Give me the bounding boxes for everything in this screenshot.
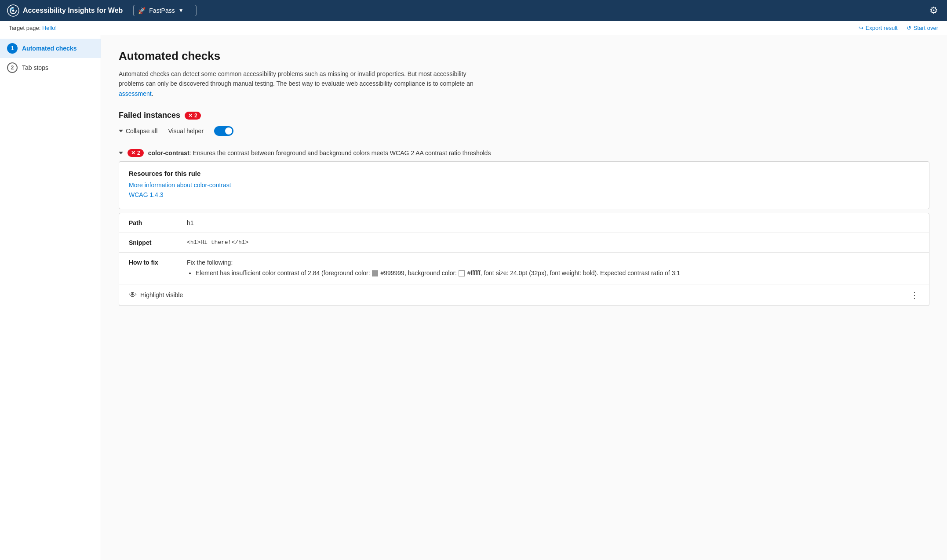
resource-link-wcag[interactable]: WCAG 1.4.3 [129, 191, 919, 198]
export-icon: ↪ [859, 25, 863, 31]
resources-card: Resources for this rule More information… [119, 161, 929, 209]
failed-instances-header: Failed instances ✕ 2 [119, 111, 929, 120]
fix-label: How to fix [129, 259, 182, 266]
rule-fail-badge: ✕ 2 [127, 149, 144, 157]
logo-icon [7, 4, 19, 17]
rule-header[interactable]: ✕ 2 color-contrast: Ensures the contrast… [119, 145, 929, 161]
resources-section: Resources for this rule More information… [119, 162, 929, 209]
assessment-link[interactable]: assessment [119, 90, 152, 97]
target-actions: ↪ Export result ↺ Start over [859, 25, 938, 31]
fastpass-label: FastPass [149, 7, 175, 14]
highlight-visible-button[interactable]: 👁 Highlight visible [129, 291, 183, 300]
visual-helper-toggle[interactable] [214, 126, 233, 136]
sidebar-item-tab-stops[interactable]: 2 Tab stops [0, 58, 101, 77]
resources-title: Resources for this rule [129, 170, 919, 177]
main-layout: 1 Automated checks 2 Tab stops Automated… [0, 35, 947, 560]
target-page-link[interactable]: Hello! [42, 25, 57, 31]
path-row: Path h1 [119, 213, 929, 233]
snippet-label: Snippet [129, 239, 182, 246]
target-bar: Target page: Hello! ↪ Export result ↺ St… [0, 21, 947, 35]
more-options-button[interactable]: ⋮ [910, 290, 919, 300]
main-content: Automated checks Automated checks can de… [101, 35, 947, 560]
app-logo: Accessibility Insights for Web [7, 4, 123, 17]
fastpass-dropdown[interactable]: 🚀 FastPass ▼ [133, 5, 196, 16]
x-icon: ✕ [188, 113, 193, 119]
start-over-button[interactable]: ↺ Start over [907, 25, 938, 31]
nav-number-1: 1 [7, 43, 18, 54]
detail-card: Path h1 Snippet <h1>Hi there!</h1> How t… [119, 213, 929, 306]
fix-list: Element has insufficient color contrast … [187, 269, 919, 278]
app-title: Accessibility Insights for Web [23, 7, 123, 15]
target-page-text: Target page: Hello! [9, 25, 57, 31]
eye-icon: 👁 [129, 291, 137, 300]
page-title: Automated checks [119, 49, 929, 63]
collapse-all-button[interactable]: Collapse all [119, 127, 157, 135]
background-swatch [459, 270, 465, 276]
rule-section-color-contrast: ✕ 2 color-contrast: Ensures the contrast… [119, 145, 929, 306]
refresh-icon: ↺ [907, 25, 911, 31]
snippet-value: <h1>Hi there!</h1> [187, 239, 919, 246]
failed-count-badge: ✕ 2 [185, 112, 201, 120]
settings-button[interactable]: ⚙ [928, 3, 940, 18]
nav-number-2: 2 [7, 62, 18, 73]
path-value: h1 [187, 219, 919, 226]
failed-title: Failed instances [119, 111, 180, 120]
export-result-button[interactable]: ↪ Export result [859, 25, 898, 31]
sidebar-label-tabstops: Tab stops [22, 64, 48, 71]
page-description: Automated checks can detect some common … [119, 69, 479, 98]
rule-collapse-icon [119, 152, 123, 154]
resource-link-color-contrast[interactable]: More information about color-contrast [129, 182, 919, 189]
fastpass-rocket-icon: 🚀 [138, 7, 146, 14]
controls-bar: Collapse all Visual helper [119, 126, 929, 136]
sidebar-item-automated-checks[interactable]: 1 Automated checks [0, 39, 101, 58]
fix-item: Element has insufficient color contrast … [196, 269, 919, 278]
sidebar-label-automated: Automated checks [22, 45, 76, 52]
rule-fail-count: 2 [137, 150, 140, 156]
visual-helper-label: Visual helper [168, 127, 204, 135]
chevron-down-icon [119, 130, 123, 132]
fix-row: How to fix Fix the following: Element ha… [119, 252, 929, 284]
fix-content: Fix the following: Element has insuffici… [187, 259, 919, 278]
snippet-row: Snippet <h1>Hi there!</h1> [119, 233, 929, 252]
foreground-swatch [372, 270, 378, 276]
gear-icon: ⚙ [929, 5, 938, 16]
failed-count: 2 [194, 113, 197, 119]
app-header: Accessibility Insights for Web 🚀 FastPas… [0, 0, 947, 21]
path-label: Path [129, 219, 182, 226]
x-icon: ✕ [131, 150, 135, 156]
chevron-down-icon: ▼ [178, 7, 184, 14]
svg-point-1 [12, 10, 15, 12]
more-icon: ⋮ [910, 290, 919, 300]
highlight-footer: 👁 Highlight visible ⋮ [119, 284, 929, 305]
rule-name: color-contrast: Ensures the contrast bet… [148, 149, 491, 156]
sidebar: 1 Automated checks 2 Tab stops [0, 35, 101, 560]
